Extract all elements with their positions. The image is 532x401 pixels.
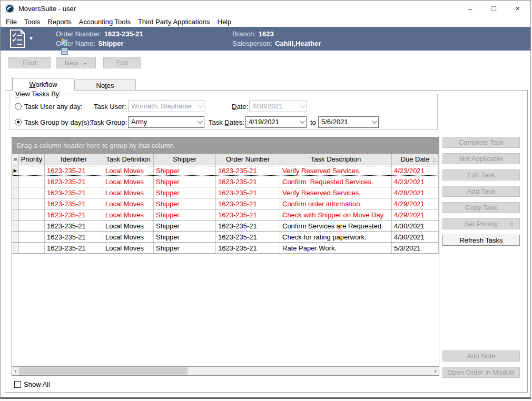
cell-task-description[interactable]: Verify Reserved Services.: [280, 165, 392, 176]
cell-shipper[interactable]: Shipper: [154, 243, 216, 253]
cell-shipper[interactable]: Shipper: [154, 198, 216, 209]
row-selector[interactable]: [12, 209, 19, 220]
cell-identifier[interactable]: 1623-235-21: [45, 243, 103, 253]
row-selector-active[interactable]: ▶: [12, 165, 19, 176]
cell-task-description[interactable]: Check for rating paperwork.: [280, 232, 392, 242]
cell-task-definition[interactable]: Local Moves: [103, 165, 154, 176]
task-dates-from-select[interactable]: 4/19/2021: [245, 116, 307, 128]
cell-order-number[interactable]: 1623-235-21: [216, 209, 280, 220]
table-row[interactable]: 1623-235-21Local MovesShipper1623-235-21…: [12, 209, 439, 220]
date-select[interactable]: 4/30/2021: [249, 101, 307, 112]
copy-task-button[interactable]: Copy Task: [442, 202, 520, 213]
header-cell-task_definition[interactable]: Task Definition: [103, 154, 154, 165]
menu-third-party-applications[interactable]: Third Party Applications: [134, 17, 214, 26]
table-row[interactable]: 1623-235-21Local MovesShipper1623-235-21…: [12, 198, 439, 209]
scroll-left-button[interactable]: ‹: [12, 367, 19, 375]
not-applicable-button[interactable]: Not Applicable: [442, 153, 520, 164]
cell-order-number[interactable]: 1623-235-21: [216, 187, 280, 198]
menu-accounting-tools[interactable]: Accounting Tools: [75, 17, 134, 26]
add-task-button[interactable]: Add Task: [442, 186, 520, 197]
cell-task-description[interactable]: Verify Reserved Services.: [280, 187, 392, 198]
header-cell-identifier[interactable]: Identifier: [45, 154, 103, 165]
task-user-radio[interactable]: [15, 103, 22, 109]
row-selector[interactable]: [12, 187, 19, 198]
cell-priority[interactable]: [19, 198, 45, 209]
cell-task-description[interactable]: Rate Paper Work.: [280, 243, 392, 253]
open-order-in-module-button[interactable]: Open Order in Module: [442, 367, 520, 378]
row-selector[interactable]: [12, 220, 19, 231]
header-cell-order_number[interactable]: Order Number: [216, 154, 280, 165]
cell-order-number[interactable]: 1623-235-21: [216, 243, 280, 253]
cell-order-number[interactable]: 1623-235-21: [216, 232, 280, 242]
cell-due-date[interactable]: 4/23/2021: [392, 176, 439, 187]
cell-task-definition[interactable]: Local Moves: [103, 209, 154, 220]
task-user-select[interactable]: Wornath, Stephanie: [128, 101, 204, 112]
scroll-thumb[interactable]: [19, 367, 188, 375]
tab-workflow[interactable]: Workflow: [12, 78, 74, 91]
cell-due-date[interactable]: 4/28/2021: [392, 187, 439, 198]
group-by-bar[interactable]: Drag a column header here to group by th…: [12, 137, 439, 154]
cell-priority[interactable]: [19, 165, 45, 176]
cell-due-date[interactable]: 4/30/2021: [392, 220, 439, 231]
header-cell-due_date[interactable]: Due Date△: [392, 154, 439, 165]
tab-notes[interactable]: Notes: [74, 79, 136, 91]
cell-task-definition[interactable]: Local Moves: [103, 187, 154, 198]
menu-tools[interactable]: Tools: [21, 17, 44, 26]
cell-priority[interactable]: [19, 187, 45, 198]
refresh-tasks-button[interactable]: Refresh Tasks: [442, 235, 520, 246]
edit-task-button[interactable]: Edit Task: [442, 169, 520, 181]
cell-due-date[interactable]: 5/3/2021: [392, 243, 439, 253]
cell-task-definition[interactable]: Local Moves: [103, 243, 154, 253]
table-row[interactable]: ▶1623-235-21Local MovesShipper1623-235-2…: [12, 165, 439, 176]
menu-help[interactable]: Help: [213, 17, 235, 26]
cell-order-number[interactable]: 1623-235-21: [216, 198, 280, 209]
cell-task-description[interactable]: Confirm Services are Requested.: [280, 220, 392, 231]
cell-due-date[interactable]: 4/29/2021: [392, 209, 439, 220]
cell-due-date[interactable]: 4/30/2021: [392, 232, 439, 242]
cell-identifier[interactable]: 1623-235-21: [45, 198, 103, 209]
menu-reports[interactable]: Reports: [44, 17, 75, 26]
cell-shipper[interactable]: Shipper: [154, 176, 216, 187]
cell-shipper[interactable]: Shipper: [154, 232, 216, 242]
cell-order-number[interactable]: 1623-235-21: [216, 220, 280, 231]
cell-shipper[interactable]: Shipper: [154, 187, 216, 198]
cell-identifier[interactable]: 1623-235-21: [45, 165, 103, 176]
row-selector[interactable]: [12, 243, 19, 253]
cell-task-definition[interactable]: Local Moves: [103, 198, 154, 209]
cell-task-description[interactable]: Confirm Requested Services.: [280, 176, 392, 187]
table-row[interactable]: 1623-235-21Local MovesShipper1623-235-21…: [12, 220, 439, 232]
close-button[interactable]: ×: [506, 1, 529, 16]
cell-task-definition[interactable]: Local Moves: [103, 220, 154, 231]
workflow-document-icon[interactable]: [9, 29, 25, 50]
header-cell-priority[interactable]: Priority: [19, 154, 45, 165]
cell-priority[interactable]: [19, 232, 45, 242]
cell-shipper[interactable]: Shipper: [154, 220, 216, 231]
cell-shipper[interactable]: Shipper: [154, 165, 216, 176]
find-button[interactable]: Find: [8, 57, 51, 68]
add-note-button[interactable]: Add Note: [442, 350, 520, 362]
task-group-select[interactable]: Army: [128, 116, 204, 128]
cell-shipper[interactable]: Shipper: [154, 209, 216, 220]
cell-priority[interactable]: [19, 220, 45, 231]
header-cell-task_description[interactable]: Task Description: [280, 154, 392, 165]
row-selector[interactable]: [12, 232, 19, 242]
show-all-checkbox[interactable]: [14, 381, 21, 388]
cell-task-description[interactable]: Check with Shipper on Move Day.: [280, 209, 392, 220]
cell-order-number[interactable]: 1623-235-21: [216, 176, 280, 187]
cell-task-description[interactable]: Confirm order information.: [280, 198, 392, 209]
cell-order-number[interactable]: 1623-235-21: [216, 165, 280, 176]
cell-priority[interactable]: [19, 209, 45, 220]
edit-button[interactable]: Edit: [103, 57, 141, 68]
table-row[interactable]: 1623-235-21Local MovesShipper1623-235-21…: [12, 176, 439, 187]
task-group-radio[interactable]: [15, 118, 22, 125]
scroll-right-button[interactable]: ›: [432, 367, 439, 375]
maximize-button[interactable]: □: [482, 1, 506, 16]
cell-identifier[interactable]: 1623-235-21: [45, 232, 103, 242]
complete-task-button[interactable]: Complete Task: [442, 137, 520, 148]
cell-identifier[interactable]: 1623-235-21: [45, 220, 103, 231]
table-row[interactable]: 1623-235-21Local MovesShipper1623-235-21…: [12, 232, 439, 243]
cell-identifier[interactable]: 1623-235-21: [45, 209, 103, 220]
cell-due-date[interactable]: 4/23/2021: [392, 165, 439, 176]
row-selector[interactable]: [12, 198, 19, 209]
cell-identifier[interactable]: 1623-235-21: [45, 187, 103, 198]
